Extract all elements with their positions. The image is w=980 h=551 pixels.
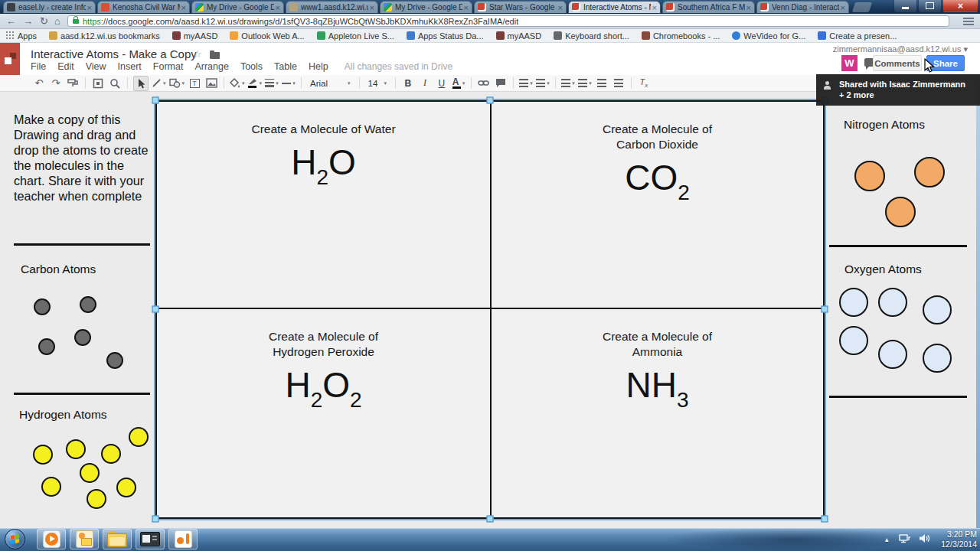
- tab-close-icon[interactable]: ×: [841, 4, 845, 11]
- molecule-cell-hydrogen-peroxide[interactable]: Create a Molecule ofHydrogen PeroxideH2O…: [157, 309, 492, 517]
- zoom-button[interactable]: [108, 77, 122, 90]
- line-dash-button[interactable]: ▾: [282, 77, 296, 90]
- forward-icon[interactable]: →: [23, 15, 33, 28]
- comments-button[interactable]: Comments: [873, 55, 922, 71]
- reload-icon[interactable]: ↻: [40, 15, 48, 28]
- oxygen-atom[interactable]: [878, 340, 907, 369]
- menu-edit[interactable]: Edit: [57, 61, 74, 72]
- display-app-taskbar-button[interactable]: [136, 529, 165, 549]
- tab-close-icon[interactable]: ×: [181, 4, 186, 11]
- menu-tools[interactable]: Tools: [240, 61, 263, 72]
- url-box[interactable]: https://docs.google.com/a/aasd.k12.wi.us…: [67, 15, 949, 27]
- browser-tab[interactable]: Kenosha Civil War M×: [97, 1, 190, 13]
- minimize-button[interactable]: [893, 0, 917, 12]
- menu-table[interactable]: Table: [274, 61, 297, 72]
- underline-button[interactable]: U: [435, 77, 449, 90]
- molecule-cell-water[interactable]: Create a Molecule of WaterH2O: [157, 102, 492, 309]
- align-button[interactable]: ▾: [519, 77, 533, 90]
- show-hidden-icons-icon[interactable]: ▲: [884, 536, 890, 543]
- carbon-atom[interactable]: [38, 338, 55, 355]
- clear-formatting-button[interactable]: Tx: [637, 77, 651, 90]
- bookmark-item[interactable]: myAASD: [496, 31, 542, 41]
- oxygen-atom[interactable]: [923, 344, 952, 373]
- bookmark-item[interactable]: Keyboard short...: [554, 31, 629, 41]
- move-to-folder-icon[interactable]: [210, 52, 220, 59]
- hydrogen-atom[interactable]: [101, 444, 121, 464]
- orange-dot-app-taskbar-button[interactable]: [168, 529, 198, 549]
- hydrogen-atom[interactable]: [116, 478, 136, 497]
- network-icon[interactable]: [899, 533, 911, 546]
- selection-handle[interactable]: [822, 306, 828, 313]
- bookmark-item[interactable]: WeVideo for G...: [732, 31, 805, 41]
- menu-format[interactable]: Format: [153, 61, 184, 72]
- bookmark-item[interactable]: Chromebooks - ...: [642, 31, 720, 41]
- volume-icon[interactable]: [919, 533, 930, 546]
- insert-link-button[interactable]: [477, 77, 491, 90]
- tab-close-icon[interactable]: ×: [276, 4, 280, 11]
- nitrogen-atom[interactable]: [885, 197, 916, 227]
- tab-close-icon[interactable]: ×: [558, 4, 563, 11]
- file-explorer-taskbar-button[interactable]: [103, 529, 132, 549]
- tab-close-icon[interactable]: ×: [370, 4, 374, 11]
- oxygen-atom[interactable]: [878, 288, 907, 317]
- line-weight-button[interactable]: ▾: [265, 77, 279, 90]
- line-spacing-button[interactable]: ▾: [536, 77, 550, 90]
- selection-handle[interactable]: [152, 516, 159, 523]
- selection-handle[interactable]: [152, 97, 159, 104]
- tab-close-icon[interactable]: ×: [464, 4, 469, 11]
- line-tool-button[interactable]: ▾: [152, 77, 166, 90]
- font-family-select[interactable]: Arial▾: [307, 77, 354, 90]
- padlock-icon[interactable]: [73, 19, 79, 24]
- bold-button[interactable]: B: [401, 77, 415, 90]
- bookmark-item[interactable]: Outlook Web A...: [230, 31, 304, 41]
- bookmark-item[interactable]: myAASD: [172, 31, 218, 41]
- new-tab-button[interactable]: [852, 2, 872, 12]
- start-button[interactable]: [5, 529, 25, 549]
- molecule-cell-carbon-dioxide[interactable]: Create a Molecule ofCarbon DioxideCO2: [492, 102, 823, 309]
- line-color-button[interactable]: ▾: [248, 77, 263, 90]
- browser-tab[interactable]: My Drive - Google D×: [191, 1, 284, 13]
- tab-close-icon[interactable]: ×: [87, 4, 92, 11]
- molecule-cell-ammonia[interactable]: Create a Molecule ofAmmoniaNH3: [492, 309, 823, 517]
- account-email[interactable]: zimmermannisaa@aasd.k12.wi.us ▾: [833, 44, 968, 54]
- bookmark-item[interactable]: aasd.k12.wi.us bookmarks: [49, 31, 160, 41]
- font-size-select[interactable]: 14▾: [365, 77, 390, 90]
- hydrogen-atom[interactable]: [80, 463, 100, 483]
- insert-image-button[interactable]: [204, 77, 218, 90]
- browser-tab[interactable]: Southern Africa F Ma×: [662, 1, 755, 13]
- undo-button[interactable]: ↶: [32, 77, 46, 90]
- back-icon[interactable]: ←: [6, 15, 16, 28]
- nitrogen-atom[interactable]: [854, 161, 885, 191]
- bookmark-item[interactable]: Apps Status Da...: [407, 31, 484, 41]
- shape-tool-button[interactable]: ▾: [169, 77, 185, 90]
- molecule-chart[interactable]: Create a Molecule of WaterH2OCreate a Mo…: [155, 100, 825, 519]
- carbon-atom[interactable]: [80, 296, 96, 313]
- browser-tab[interactable]: www1.aasd.k12.wi.us×: [286, 1, 378, 13]
- menu-file[interactable]: File: [31, 61, 46, 72]
- fill-color-button[interactable]: ▾: [230, 77, 245, 90]
- carbon-atom[interactable]: [34, 298, 51, 315]
- insert-comment-button[interactable]: [494, 77, 508, 90]
- oxygen-atom[interactable]: [839, 326, 868, 355]
- hydrogen-atom[interactable]: [33, 445, 53, 465]
- browser-tab[interactable]: easel.ly - create Infog×: [3, 1, 96, 13]
- increase-indent-button[interactable]: [612, 77, 626, 90]
- google-drawings-logo[interactable]: [0, 43, 20, 75]
- bulleted-list-button[interactable]: ▾: [578, 77, 592, 90]
- zoom-fit-button[interactable]: [91, 77, 105, 90]
- hydrogen-atom[interactable]: [66, 439, 86, 459]
- clock[interactable]: 3:20 PM 12/3/2014: [941, 530, 977, 549]
- bookmark-item[interactable]: Appleton Live S...: [317, 31, 394, 41]
- star-icon[interactable]: ☆: [193, 48, 202, 60]
- carbon-atom[interactable]: [106, 352, 123, 369]
- avatar[interactable]: W: [841, 55, 858, 71]
- selection-handle[interactable]: [487, 97, 494, 104]
- hydrogen-atom[interactable]: [129, 427, 149, 447]
- redo-button[interactable]: ↷: [49, 77, 63, 90]
- hydrogen-atom[interactable]: [87, 489, 106, 509]
- menu-view[interactable]: View: [86, 61, 106, 72]
- carbon-atom[interactable]: [74, 329, 91, 346]
- hydrogen-atom[interactable]: [41, 477, 61, 497]
- browser-tab[interactable]: Venn Diag - Interacti×: [756, 1, 849, 13]
- numbered-list-button[interactable]: ▾: [561, 77, 575, 90]
